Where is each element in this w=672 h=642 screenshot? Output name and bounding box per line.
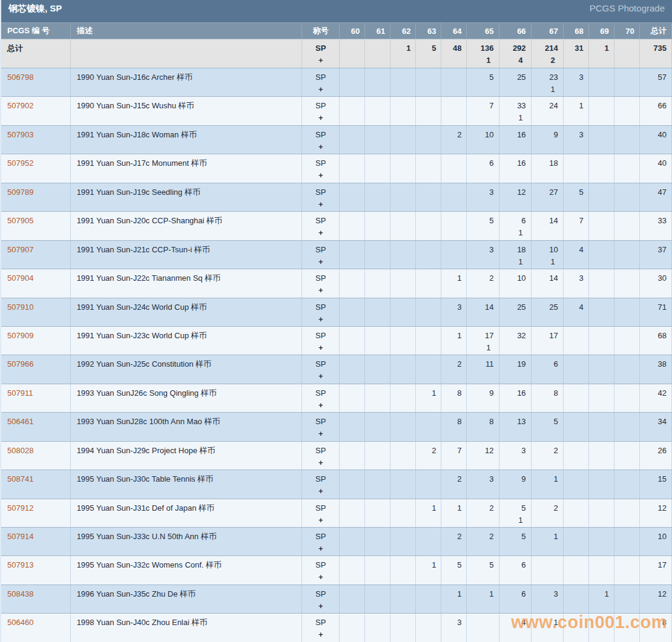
grade-value: 3 (467, 245, 498, 255)
description-cell: 1991 Yuan Sun-J22c Tiananmen Sq 样币 (70, 269, 302, 298)
designation-cell: SP+ (302, 585, 340, 613)
grade-value: 2 (441, 359, 466, 369)
grade-value-empty (416, 245, 441, 255)
plus-value: 1 (532, 85, 563, 94)
pcgs-id-link[interactable]: 507909 (1, 331, 70, 341)
pcgs-id-link[interactable]: 508741 (1, 474, 70, 484)
totals-label: 总计 (1, 44, 70, 53)
grade-65-cell: 11 (467, 355, 499, 384)
table-row: 5079141995 Yuan Sun-J33c U.N 50th Ann 样币… (1, 528, 672, 556)
plus-value: 1 (499, 257, 531, 267)
pcgs-id-link[interactable]: 507914 (1, 532, 70, 542)
designation-plus: + (302, 630, 339, 640)
grade-62-cell (390, 614, 416, 642)
grade-value: 5 (467, 216, 498, 226)
grade-value-empty (365, 331, 390, 341)
designation-plus: + (302, 113, 339, 123)
grade-value: 8 (441, 388, 466, 398)
grade-60-cell (340, 39, 365, 68)
photograde-link[interactable]: PCGS Photograde (590, 3, 665, 13)
grade-value-empty (564, 359, 588, 369)
grade-67-cell: 2 (531, 441, 563, 470)
grade-60-cell (340, 470, 365, 499)
pcgs-id-cell: 507966 (1, 355, 70, 384)
designation-plus: + (302, 228, 339, 238)
pcgs-id-link[interactable]: 507912 (1, 503, 70, 513)
grade-68-cell (563, 499, 588, 527)
grade-value-empty (340, 216, 364, 226)
pcgs-id-link[interactable]: 507902 (1, 101, 70, 111)
grade-value: 1 (390, 44, 415, 53)
table-row: 5079041991 Yuan Sun-J22c Tiananmen Sq 样币… (1, 269, 672, 298)
grade-70-cell (614, 269, 639, 298)
pcgs-id-link[interactable]: 507952 (1, 159, 70, 168)
grade-65-cell: 5 (467, 212, 499, 240)
row-total: 17 (640, 560, 671, 570)
grade-value-empty (390, 589, 415, 599)
pcgs-id-link[interactable]: 507903 (1, 130, 70, 140)
grade-value-empty (564, 446, 588, 456)
grade-63-cell (416, 585, 441, 613)
grade-64-cell: 8 (441, 413, 467, 441)
grade-65-cell: 9 (467, 384, 499, 412)
grade-65-cell: 5 (467, 556, 499, 585)
grade-value: 1 (564, 101, 588, 111)
row-total-cell: 40 (639, 125, 671, 154)
grade-69-cell (588, 154, 614, 183)
pcgs-id-link[interactable]: 506460 (1, 618, 70, 627)
designation-cell: SP+ (302, 212, 340, 240)
pcgs-id-link[interactable]: 507913 (1, 560, 70, 570)
pcgs-id-link[interactable]: 508438 (1, 589, 70, 599)
pcgs-id-link[interactable]: 507910 (1, 303, 70, 312)
designation-cell: SP+ (302, 326, 340, 355)
grade-value-empty (340, 446, 364, 456)
grade-value: 1 (416, 503, 441, 513)
row-total: 33 (640, 216, 671, 226)
grade-value-empty (390, 130, 415, 140)
pcgs-id-link[interactable]: 506798 (1, 73, 70, 82)
designation-sp: SP (302, 589, 339, 599)
pcgs-id-link[interactable]: 507904 (1, 274, 70, 283)
grade-70-cell (614, 97, 639, 125)
designation-plus: + (302, 200, 339, 209)
designation-plus: + (302, 401, 339, 410)
grade-61-cell (365, 614, 390, 642)
pcgs-id-link[interactable]: 507966 (1, 359, 70, 369)
grade-value-empty (614, 73, 639, 82)
designation-sp: SP (302, 159, 339, 168)
grade-value: 13 (499, 417, 531, 427)
grade-65-cell: 3 (467, 240, 499, 269)
description-cell: 1993 Yuan SunJ28c 100th Ann Mao 样币 (70, 413, 302, 441)
grade-value: 5 (467, 73, 498, 82)
grade-value: 4 (564, 245, 588, 255)
grade-66-cell: 61 (499, 212, 531, 240)
description-cell: 1991 Yuan Sun-J23c World Cup 样币 (70, 326, 302, 355)
grade-value-empty (365, 417, 390, 427)
row-total: 40 (640, 159, 671, 168)
grade-value: 6 (499, 560, 531, 570)
pcgs-id-link[interactable]: 509789 (1, 188, 70, 197)
grade-value-empty (614, 446, 639, 456)
grade-70-cell (614, 298, 639, 326)
grade-value-empty (614, 101, 639, 111)
grade-value-empty (390, 303, 415, 312)
grade-60-cell (340, 499, 365, 527)
grade-68-cell: 7 (563, 212, 588, 240)
row-total: 8 (640, 618, 671, 627)
grade-value: 3 (564, 73, 588, 82)
page-title: 钢芯镀镍, SP (8, 3, 62, 15)
table-row: 5079021990 Yuan Sun-J15c Wushu 样币SP+7331… (1, 97, 672, 125)
pcgs-id-link[interactable]: 508028 (1, 446, 70, 456)
pcgs-id-link[interactable]: 507907 (1, 245, 70, 255)
pcgs-id-link[interactable]: 507911 (1, 388, 70, 398)
plus-value: 1 (532, 257, 563, 267)
row-total-cell: 735 (639, 39, 671, 68)
grade-value-empty (390, 503, 415, 513)
pcgs-id-link[interactable]: 507905 (1, 216, 70, 226)
grade-67-cell: 24 (531, 97, 563, 125)
grade-value-empty (340, 474, 364, 484)
row-total-cell: 47 (639, 183, 671, 211)
grade-63-cell (416, 528, 441, 556)
pcgs-id-link[interactable]: 506461 (1, 417, 70, 427)
grade-value: 136 (467, 44, 498, 53)
